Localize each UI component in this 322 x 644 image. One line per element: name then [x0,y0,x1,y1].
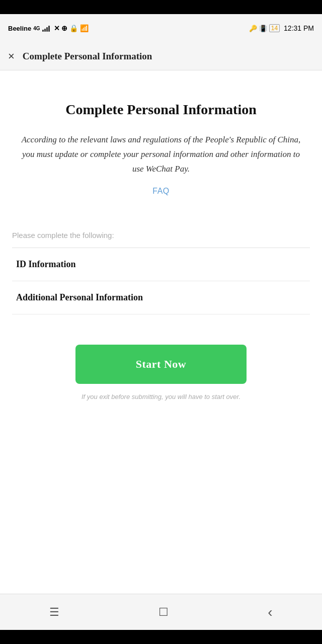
status-left: Beeline 4G ✕ ⊕ 🔒 📶 [8,24,89,32]
battery-icon: 14 [269,24,280,32]
additional-info-label: Additional Personal Information [16,292,143,302]
status-bar: Beeline 4G ✕ ⊕ 🔒 📶 🔑 📳 14 12:31 PM [0,14,322,42]
carrier-label: Beeline [8,25,31,32]
key-icon: 🔑 [249,25,257,32]
signal-bar-1 [42,30,44,32]
checklist-label: Please complete the following: [12,231,310,239]
signal-bar-3 [46,27,48,32]
toolbar-title: Complete Personal Information [23,51,152,62]
home-icon[interactable]: ☐ [158,606,169,619]
bottom-nav: ☰ ☐ ‹ [0,594,322,630]
id-information-label: ID Information [16,259,76,269]
main-content: Complete Personal Information According … [0,70,322,594]
hero-section: Complete Personal Information According … [0,70,322,216]
hero-description: According to the relevant laws and regul… [20,133,302,177]
signal-bar-4 [48,26,50,32]
time-label: 12:31 PM [284,24,314,32]
notification-icons: ✕ ⊕ 🔒 📶 [54,24,89,32]
back-icon[interactable]: ‹ [268,604,272,620]
checklist-item-additional[interactable]: Additional Personal Information [12,281,310,314]
black-bar-bottom [0,630,322,644]
menu-icon[interactable]: ☰ [49,606,59,619]
status-right: 🔑 📳 14 12:31 PM [249,24,314,32]
vibrate-icon: 📳 [259,25,267,32]
button-area: Start Now If you exit before submitting,… [0,314,322,412]
signal-bars-icon [42,25,50,32]
toolbar: × Complete Personal Information [0,42,322,70]
hero-title: Complete Personal Information [20,101,302,119]
start-now-button[interactable]: Start Now [75,345,247,384]
signal-bar-2 [44,29,46,32]
warning-text: If you exit before submitting, you will … [82,392,240,402]
checklist-section: Please complete the following: ID Inform… [0,216,322,314]
checklist-item-id[interactable]: ID Information [12,248,310,281]
close-button[interactable]: × [8,50,15,63]
black-bar-top [0,0,322,14]
network-type-label: 4G [33,26,40,31]
faq-link[interactable]: FAQ [152,187,170,195]
